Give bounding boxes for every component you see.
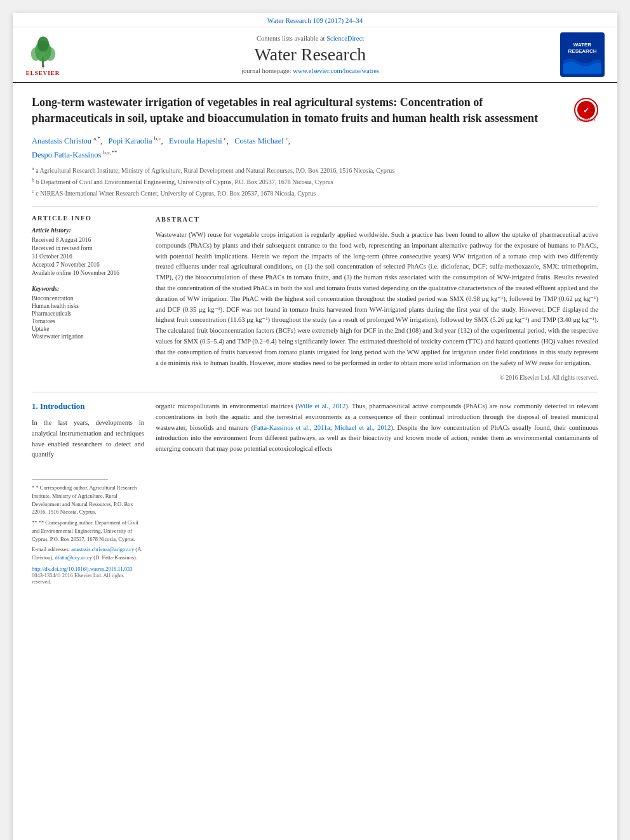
history-heading: Article history: — [32, 227, 144, 234]
paper-title: Long-term wastewater irrigation of veget… — [32, 95, 565, 126]
affiliations: a a Agricultural Research Institute, Min… — [32, 165, 598, 199]
footnote-emails: E-mail addresses: anastasis.christou@ari… — [32, 545, 144, 562]
svg-text:✓: ✓ — [583, 106, 589, 115]
history-revised-date: 31 October 2016 — [32, 253, 144, 260]
keyword-pharmaceuticals: Pharmaceuticals — [32, 310, 144, 317]
copyright: © 2016 Elsevier Ltd. All rights reserved… — [156, 373, 598, 383]
crossmark-icon: ✓ CrossMark — [574, 98, 598, 122]
ref-michael-link[interactable]: Michael et al., 2012 — [335, 424, 391, 431]
author-fatta-kassinos[interactable]: Despo Fatta-Kassinos — [32, 150, 101, 159]
article-page: Water Research 109 (2017) 24–34 ELSEVIER… — [13, 13, 617, 840]
email2-link[interactable]: dfatta@ucy.ac.cy — [55, 554, 92, 561]
svg-text:CrossMark: CrossMark — [577, 117, 596, 121]
svg-point-5 — [42, 65, 44, 67]
article-history: Article history: Received 8 August 2016 … — [32, 227, 144, 276]
ref-fatta-link[interactable]: Fatta-Kassinos et al., 2011a — [253, 424, 330, 431]
elsevier-logo: ELSEVIER — [25, 34, 60, 76]
journal-center: Contents lists available at ScienceDirec… — [73, 35, 547, 74]
svg-text:RESEARCH: RESEARCH — [568, 48, 597, 54]
article-info-column: ARTICLE INFO Article history: Received 8… — [32, 215, 156, 383]
crossmark: ✓ CrossMark — [574, 98, 598, 124]
abstract-column: ABSTRACT Wastewater (WW) reuse for veget… — [156, 215, 598, 383]
svg-text:WATER: WATER — [573, 42, 592, 48]
elsevier-label: ELSEVIER — [26, 70, 60, 76]
journal-reference-bar: Water Research 109 (2017) 24–34 — [13, 13, 617, 27]
wr-logo-icon: WATER RESEARCH — [560, 32, 605, 77]
history-accepted: Accepted 7 November 2016 — [32, 262, 144, 268]
history-received: Received 8 August 2016 — [32, 237, 144, 243]
section-divider — [32, 392, 598, 392]
journal-ref-text: Water Research 109 (2017) 24–34 — [267, 17, 363, 24]
abstract-text: Wastewater (WW) reuse for vegetable crop… — [156, 230, 598, 368]
svg-point-4 — [37, 36, 49, 51]
keyword-health-risks: Human health risks — [32, 303, 144, 309]
journal-title: Water Research — [73, 44, 547, 65]
issn-line: 0043-1354/© 2016 Elsevier Ltd. All right… — [32, 572, 144, 585]
introduction-section: 1. Introduction In the last years, devel… — [32, 401, 598, 585]
author-hapeshi[interactable]: Evroula Hapeshi — [169, 137, 222, 146]
paper-title-section: Long-term wastewater irrigation of veget… — [32, 95, 598, 126]
footnotes: * * Corresponding author. Agricultural R… — [32, 479, 144, 585]
elsevier-tree-icon — [25, 34, 60, 69]
author-christou[interactable]: Anastasis Christou — [32, 137, 91, 146]
keywords-section: Keywords: Bioconcentration Human health … — [32, 285, 144, 340]
info-abstract-section: ARTICLE INFO Article history: Received 8… — [32, 206, 598, 383]
keyword-wastewater: Wastewater irrigation — [32, 333, 144, 340]
authors-line: Anastasis Christou a,*, Popi Karaolia b,… — [32, 134, 598, 161]
affil-c: c c NIREAS-International Water Research … — [32, 188, 598, 198]
author-karaolia[interactable]: Popi Karaolia — [108, 137, 152, 146]
article-content: Long-term wastewater irrigation of veget… — [13, 83, 617, 597]
intro-right-text: organic micropollutants in environmental… — [156, 401, 598, 455]
affil-a: a a Agricultural Research Institute, Min… — [32, 165, 598, 175]
keyword-uptake: Uptake — [32, 326, 144, 332]
intro-left-column: 1. Introduction In the last years, devel… — [32, 401, 156, 585]
author-michael[interactable]: Costas Michael — [234, 137, 283, 146]
keyword-tomatoes: Tomatoes — [32, 318, 144, 324]
footnote-corresponding1: * * Corresponding author. Agricultural R… — [32, 484, 144, 516]
email1-link[interactable]: anastasis.christou@arigov.cy — [71, 546, 134, 552]
homepage-line: journal homepage: www.elsevier.com/locat… — [73, 67, 547, 74]
keywords-heading: Keywords: — [32, 285, 144, 292]
sciencedirect-link[interactable]: ScienceDirect — [326, 35, 364, 42]
article-info-heading: ARTICLE INFO — [32, 215, 144, 222]
sciencedirect-line: Contents lists available at ScienceDirec… — [73, 35, 547, 42]
history-online: Available online 10 November 2016 — [32, 270, 144, 276]
intro-right-column: organic micropollutants in environmental… — [156, 401, 598, 585]
water-research-logo: WATER RESEARCH — [560, 32, 605, 77]
homepage-link[interactable]: www.elsevier.com/locate/watres — [293, 67, 379, 74]
doi-link[interactable]: http://dx.doi.org/10.1016/j.watres.2016.… — [32, 566, 144, 572]
footnote-corresponding2: ** ** Corresponding author. Department o… — [32, 519, 144, 543]
intro-left-text: In the last years, developments in analy… — [32, 418, 144, 460]
affil-b: b b Department of Civil and Environmenta… — [32, 177, 598, 187]
journal-header: ELSEVIER Contents lists available at Sci… — [13, 27, 617, 83]
ref-wille-link[interactable]: Wille et al., 2012 — [298, 403, 346, 410]
abstract-heading: ABSTRACT — [156, 215, 598, 225]
intro-section-title: 1. Introduction — [32, 401, 144, 411]
history-revised-label: Received in revised form — [32, 245, 144, 251]
footnote-divider — [32, 479, 108, 480]
keyword-bioconcentration: Bioconcentration — [32, 295, 144, 302]
